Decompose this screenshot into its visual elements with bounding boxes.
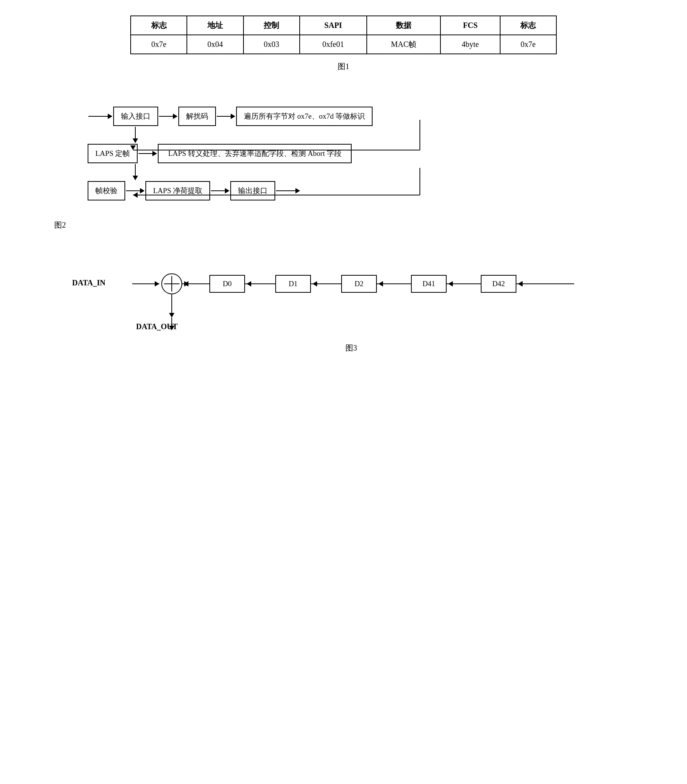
- svg-text:D41: D41: [423, 280, 435, 288]
- exit-arrow: [276, 188, 300, 193]
- box-descramble: 解扰码: [178, 107, 216, 126]
- arrow-r3-2: [211, 188, 230, 193]
- table-data-cell: 0x7e: [500, 35, 556, 54]
- table-data-cell: 0x7e: [131, 35, 187, 54]
- box-laps-escape: LAPS 转义处理、丢弃速率适配字段、检测 Abort 字段: [158, 144, 352, 163]
- table-data-cell: 0xfe01: [300, 35, 367, 54]
- figure1: 标志地址控制SAPI数据FCS标志 0x7e0x040x030xfe01MAC帧…: [23, 16, 664, 72]
- svg-marker-25: [378, 281, 383, 287]
- table-header-cell: 标志: [131, 16, 187, 35]
- fig2-caption: 图2: [54, 220, 66, 230]
- table-header-row: 标志地址控制SAPI数据FCS标志: [131, 16, 556, 35]
- box-traverse-bytes: 遍历所有字节对 ox7e、ox7d 等做标识: [236, 107, 373, 126]
- table-data-cell: 0x03: [243, 35, 300, 54]
- svg-marker-36: [169, 313, 174, 318]
- arrow-v1-2: [133, 138, 138, 143]
- data-in-label: DATA_IN: [72, 278, 105, 287]
- table-data-row: 0x7e0x040x030xfe01MAC帧4byte0x7e: [131, 35, 556, 54]
- svg-marker-21: [312, 281, 317, 287]
- fig3-diagram: DATA_IN D0: [70, 254, 632, 331]
- svg-marker-7: [155, 281, 159, 287]
- table-header-cell: 标志: [500, 16, 556, 35]
- svg-marker-17: [247, 281, 251, 287]
- svg-text:D2: D2: [354, 280, 363, 288]
- table-data-cell: 0x04: [187, 35, 243, 54]
- fig2-diagram: 输入接口 解扰码 遍历所有字节对 ox7e、ox7d 等做标识: [88, 107, 630, 200]
- table-header-cell: 数据: [367, 16, 441, 35]
- table-data-cell: MAC帧: [367, 35, 441, 54]
- table-header-cell: 地址: [187, 16, 243, 35]
- fig3-svg: DATA_IN D0: [70, 254, 632, 331]
- box-laps-frame: LAPS 定帧: [88, 144, 138, 163]
- box-input-interface: 输入接口: [113, 107, 158, 126]
- box-frame-check: 帧校验: [88, 181, 125, 200]
- svg-marker-34: [518, 281, 523, 287]
- fig3-caption: 图3: [39, 343, 664, 353]
- box-output-interface: 输出接口: [230, 181, 275, 200]
- table-header-cell: SAPI: [300, 16, 367, 35]
- entry-arrow: [88, 114, 112, 119]
- svg-marker-29: [448, 281, 453, 287]
- table-header-cell: 控制: [243, 16, 300, 35]
- fig1-caption: 图1: [23, 61, 664, 72]
- figure3: DATA_IN D0: [23, 254, 664, 353]
- svg-text:D1: D1: [288, 280, 297, 288]
- arrow-r3-1: [126, 188, 145, 193]
- arrow-r1-1: [159, 114, 178, 119]
- svg-text:D0: D0: [223, 280, 231, 288]
- arrow-r1-2: [217, 114, 235, 119]
- table-header-cell: FCS: [440, 16, 500, 35]
- box-laps-payload: LAPS 净荷提取: [145, 181, 210, 200]
- figure2: 输入接口 解扰码 遍历所有字节对 ox7e、ox7d 等做标识: [23, 95, 664, 230]
- laps-frame-table: 标志地址控制SAPI数据FCS标志 0x7e0x040x030xfe01MAC帧…: [130, 16, 557, 54]
- arrow-v2-3: [133, 176, 138, 180]
- arrow-r2-1: [138, 151, 157, 156]
- svg-text:D42: D42: [492, 280, 505, 288]
- table-data-cell: 4byte: [440, 35, 500, 54]
